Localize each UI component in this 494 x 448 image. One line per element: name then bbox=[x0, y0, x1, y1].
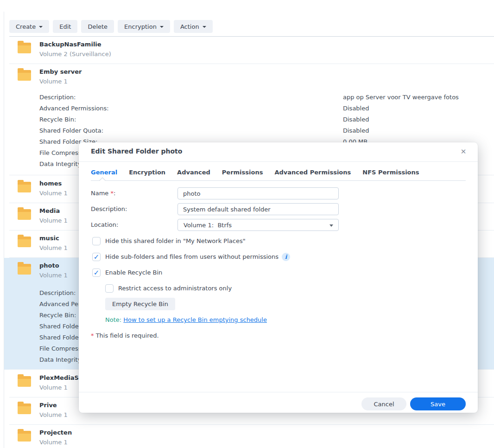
caret-down-icon bbox=[39, 26, 43, 28]
folder-icon bbox=[18, 182, 31, 192]
folder-volume: Volume 1 bbox=[39, 217, 68, 224]
name-label-text: Name bbox=[91, 190, 111, 197]
save-button-label: Save bbox=[431, 401, 445, 408]
folder-icon bbox=[18, 70, 31, 81]
name-label-colon: : bbox=[114, 190, 115, 197]
detail-label: Description: bbox=[39, 92, 76, 103]
create-button[interactable]: Create bbox=[9, 20, 49, 33]
folder-name: Prive bbox=[39, 402, 57, 409]
required-note-text: This field is required. bbox=[96, 332, 159, 339]
detail-value: Disabled bbox=[343, 125, 369, 136]
detail-label: Advanced Permissions: bbox=[39, 103, 109, 114]
tab-advanced[interactable]: Advanced bbox=[177, 169, 210, 176]
tab-encryption[interactable]: Encryption bbox=[129, 169, 165, 176]
close-icon[interactable]: ✕ bbox=[458, 147, 469, 157]
save-button[interactable]: Save bbox=[410, 397, 466, 410]
toolbar: Create Edit Delete Encryption Action bbox=[9, 20, 213, 33]
folder-volume: Volume 1 bbox=[39, 190, 68, 197]
checkbox-row-hide-subfolders: ✓ Hide sub-folders and files from users … bbox=[79, 253, 466, 261]
detail-value: Disabled bbox=[343, 114, 369, 125]
detail-value: app op Server voor TV weergave fotos bbox=[343, 92, 459, 103]
empty-recycle-bin-button[interactable]: Empty Recycle Bin bbox=[105, 298, 175, 310]
detail-label: Description: bbox=[39, 288, 76, 299]
folder-volume: Volume 1 bbox=[39, 439, 68, 446]
hide-network-places-label[interactable]: Hide this shared folder in "My Network P… bbox=[105, 237, 246, 244]
checkbox-row-hide-network-places: Hide this shared folder in "My Network P… bbox=[79, 237, 466, 245]
detail-value: Disabled bbox=[343, 103, 369, 114]
empty-recycle-bin-label: Empty Recycle Bin bbox=[112, 301, 168, 307]
info-icon[interactable]: i bbox=[282, 253, 290, 261]
description-input[interactable] bbox=[177, 203, 339, 215]
restrict-admins-label[interactable]: Restrict access to administrators only bbox=[118, 285, 232, 292]
tab-permissions[interactable]: Permissions bbox=[222, 169, 263, 176]
folder-volume: Volume 1 bbox=[39, 78, 68, 85]
folder-icon bbox=[18, 431, 31, 442]
folder-icon bbox=[18, 209, 31, 220]
tab-underline-with-notch bbox=[91, 180, 466, 181]
action-button-label: Action bbox=[180, 23, 199, 30]
required-asterisk: * bbox=[91, 332, 96, 339]
check-icon: ✓ bbox=[93, 269, 100, 277]
folder-icon bbox=[18, 237, 31, 247]
edit-shared-folder-dialog: Edit Shared Folder photo ✕ General Encry… bbox=[79, 142, 478, 413]
edit-button-label: Edit bbox=[59, 23, 71, 30]
cancel-button[interactable]: Cancel bbox=[361, 397, 406, 410]
tab-advanced-permissions[interactable]: Advanced Permissions bbox=[274, 169, 351, 176]
detail-row: Recycle Bin: Disabled bbox=[4, 114, 494, 125]
folder-volume: Volume 1 bbox=[39, 272, 68, 279]
folder-name: music bbox=[39, 235, 59, 242]
folder-icon bbox=[18, 376, 31, 387]
detail-row: Advanced Permissions: Disabled bbox=[4, 103, 494, 114]
enable-recycle-bin-checkbox[interactable]: ✓ bbox=[92, 269, 101, 277]
detail-label: Recycle Bin: bbox=[39, 310, 76, 321]
encryption-button-label: Encryption bbox=[124, 23, 157, 30]
tab-general[interactable]: General bbox=[91, 169, 117, 176]
required-field-note: * This field is required. bbox=[91, 332, 159, 339]
location-select-value: Volume 1: Btrfs bbox=[184, 222, 232, 229]
enable-recycle-bin-label[interactable]: Enable Recycle Bin bbox=[105, 269, 162, 276]
detail-label: Shared Folder Quota: bbox=[39, 125, 103, 136]
action-button[interactable]: Action bbox=[174, 20, 213, 33]
caret-down-icon bbox=[203, 26, 206, 28]
delete-button[interactable]: Delete bbox=[81, 20, 114, 33]
dialog-title: Edit Shared Folder photo bbox=[91, 147, 182, 155]
tab-nfs-permissions[interactable]: NFS Permissions bbox=[362, 169, 419, 176]
checkbox-row-restrict-admins: Restrict access to administrators only bbox=[79, 284, 466, 293]
edit-button[interactable]: Edit bbox=[53, 20, 77, 33]
folder-row-projecten[interactable]: Projecten Volume 1 bbox=[4, 425, 494, 448]
detail-row: Shared Folder Quota: Disabled bbox=[4, 125, 494, 136]
folder-name: homes bbox=[39, 180, 62, 187]
folder-icon bbox=[18, 403, 31, 414]
description-field-label: Description: bbox=[91, 205, 127, 212]
folder-volume: Volume 1 bbox=[39, 384, 68, 391]
encryption-button[interactable]: Encryption bbox=[118, 20, 170, 33]
hide-subfolders-checkbox[interactable]: ✓ bbox=[92, 253, 101, 261]
folder-volume: Volume 1 bbox=[39, 244, 68, 251]
caret-down-icon bbox=[160, 26, 164, 28]
hide-subfolders-label[interactable]: Hide sub-folders and files from users wi… bbox=[105, 253, 279, 260]
dialog-header-separator bbox=[79, 161, 478, 162]
restrict-admins-checkbox[interactable] bbox=[105, 284, 114, 293]
note-prefix: Note: bbox=[105, 316, 123, 323]
folder-icon bbox=[18, 43, 31, 53]
dialog-tabs: General Encryption Advanced Permissions … bbox=[91, 169, 419, 176]
detail-row: Description: app op Server voor TV weerg… bbox=[4, 92, 494, 103]
create-button-label: Create bbox=[16, 23, 36, 30]
location-select[interactable]: Volume 1: Btrfs bbox=[177, 219, 339, 231]
checkbox-row-enable-recycle-bin: ✓ Enable Recycle Bin bbox=[79, 269, 466, 277]
folder-row-backupnasfamilie[interactable]: BackupNasFamilie Volume 2 (Surveillance) bbox=[4, 37, 494, 64]
check-icon: ✓ bbox=[93, 253, 100, 261]
folder-volume: Volume 1 bbox=[39, 411, 68, 418]
recycle-bin-schedule-link[interactable]: How to set up a Recycle Bin emptying sch… bbox=[123, 316, 267, 323]
delete-button-label: Delete bbox=[88, 23, 108, 30]
folder-icon bbox=[18, 264, 31, 275]
folder-name: photo bbox=[39, 262, 59, 269]
dialog-footer-separator bbox=[79, 392, 478, 392]
name-input[interactable] bbox=[177, 187, 339, 199]
folder-name: Projecten bbox=[39, 429, 72, 436]
dropdown-caret-icon bbox=[329, 224, 333, 227]
folder-name: BackupNasFamilie bbox=[39, 41, 101, 48]
hide-network-places-checkbox[interactable] bbox=[92, 237, 101, 245]
shared-folder-manager: Create Edit Delete Encryption Action Bac… bbox=[0, 0, 494, 448]
detail-label: Recycle Bin: bbox=[39, 114, 76, 125]
